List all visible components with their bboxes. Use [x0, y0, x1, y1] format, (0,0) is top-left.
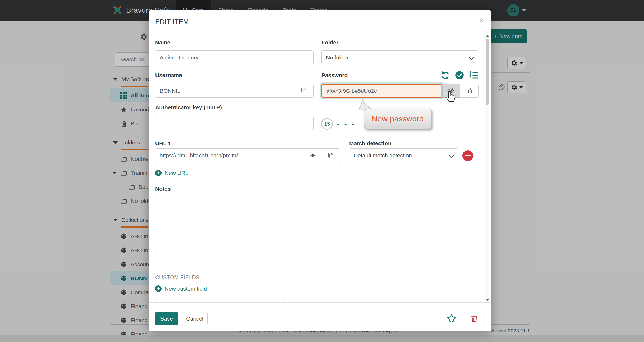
copy-password-button[interactable]	[460, 84, 479, 98]
url-group	[155, 148, 340, 162]
match-detection-select[interactable]: Default match detection	[349, 148, 458, 162]
totp-label: Authenticator key (TOTP)	[155, 104, 222, 111]
modal-footer: Save Cancel	[149, 302, 491, 331]
edit-item-modal: EDIT ITEM × Name Folder No folder Userna…	[149, 10, 491, 331]
modal-scrollbar	[485, 34, 489, 302]
folder-label: Folder	[321, 39, 338, 46]
trash-icon	[470, 314, 479, 323]
chevron-down-icon	[449, 153, 454, 158]
totp-input[interactable]	[155, 116, 314, 130]
toggle-password-visibility-button[interactable]	[441, 84, 460, 98]
check-password-icon[interactable]	[455, 71, 464, 80]
chevron-down-icon	[469, 55, 474, 60]
copy-url-button[interactable]	[321, 148, 340, 162]
svg-text:3: 3	[470, 76, 471, 80]
new-password-tooltip: New password	[364, 109, 432, 129]
copy-icon	[466, 87, 473, 94]
regenerate-password-icon[interactable]	[441, 71, 450, 80]
eye-slash-icon	[447, 87, 454, 94]
scrollbar-thumb[interactable]	[486, 39, 489, 105]
password-actions: 123	[441, 71, 479, 80]
close-icon[interactable]: ×	[480, 17, 484, 24]
copy-icon	[300, 87, 307, 94]
name-input[interactable]	[155, 50, 314, 64]
launch-url-button[interactable]	[303, 148, 321, 162]
launch-icon	[309, 152, 316, 159]
plus-icon: +	[155, 285, 162, 292]
copy-username-button[interactable]	[294, 84, 314, 98]
username-label: Username	[155, 72, 182, 78]
password-history-icon[interactable]: 123	[469, 71, 479, 80]
password-input[interactable]	[321, 84, 441, 98]
username-group	[155, 84, 314, 98]
url-label: URL 1	[155, 140, 171, 147]
username-input[interactable]	[155, 84, 294, 98]
copy-icon	[327, 152, 334, 159]
totp-countdown: 15	[321, 118, 333, 130]
plus-icon: +	[155, 170, 162, 176]
app: Bravura Safe My SafeShareReportsToolsTea…	[0, 0, 644, 342]
new-url-link[interactable]: + New URL	[155, 170, 188, 176]
remove-url-button[interactable]	[462, 150, 473, 161]
delete-item-button[interactable]	[464, 312, 485, 325]
cancel-button[interactable]: Cancel	[182, 312, 208, 325]
custom-fields-heading: CUSTOM FIELDS	[155, 274, 200, 280]
save-button[interactable]: Save	[155, 312, 178, 325]
scroll-up-arrow[interactable]	[486, 35, 489, 37]
name-label: Name	[155, 39, 170, 46]
match-detection-label: Match detection	[349, 140, 391, 147]
url-input[interactable]	[155, 148, 303, 162]
modal-title: EDIT ITEM	[155, 10, 189, 33]
favourite-star-icon[interactable]	[446, 313, 457, 324]
new-custom-field-link[interactable]: + New custom field	[155, 285, 207, 292]
scroll-down-arrow[interactable]	[486, 299, 489, 301]
folder-select[interactable]: No folder	[321, 50, 478, 64]
password-label: Password	[321, 72, 348, 78]
notes-label: Notes	[155, 186, 171, 192]
password-group	[321, 84, 479, 98]
modal-header: EDIT ITEM ×	[149, 10, 491, 33]
notes-textarea[interactable]	[155, 196, 478, 255]
